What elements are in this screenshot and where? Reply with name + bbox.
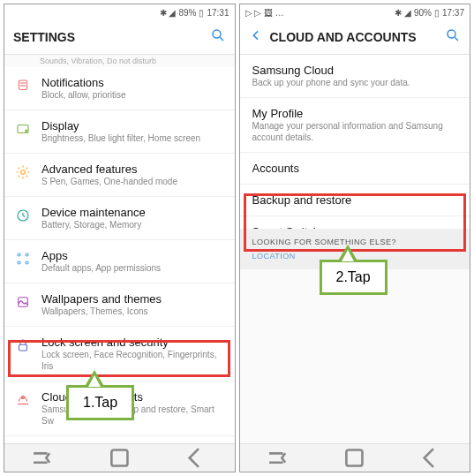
back-icon[interactable] — [249, 28, 263, 46]
settings-item-google[interactable]: Google — [4, 436, 235, 443]
status-time: 17:37 — [442, 8, 464, 18]
item-title: Advanced features — [41, 162, 224, 176]
svg-point-6 — [26, 130, 27, 132]
location-link[interactable]: LOCATION — [252, 252, 458, 261]
accounts-list: Samsung CloudBack up your phone and sync… — [240, 55, 470, 229]
settings-item-apps[interactable]: AppsDefault apps, App permissions — [4, 240, 235, 283]
status-battery: 89% — [178, 8, 196, 18]
status-battery-icon: ▯ — [434, 8, 440, 18]
item-title: Device maintenance — [41, 206, 224, 219]
item-sub: Wallpapers, Themes, Icons — [41, 306, 224, 317]
nav-home[interactable] — [81, 444, 158, 472]
settings-item-icon — [15, 251, 31, 267]
svg-line-19 — [455, 37, 458, 41]
screenshot-left: ✱ ◢ 89% ▯ 17:31 SETTINGS Sounds, Vibrati… — [4, 4, 236, 472]
settings-item-icon — [15, 164, 31, 180]
search-icon[interactable] — [210, 27, 226, 47]
item-title: My Profile — [252, 107, 460, 120]
item-title: Samsung Cloud — [252, 64, 460, 77]
header: CLOUD AND ACCOUNTS — [240, 20, 470, 55]
svg-rect-17 — [111, 450, 127, 465]
looking-for-section: LOOKING FOR SOMETHING ELSE? LOCATION — [240, 229, 470, 269]
svg-point-9 — [18, 253, 20, 256]
item-title: Cloud and accounts — [41, 390, 224, 404]
accounts-item-smart-switch[interactable]: Smart SwitchTransfer content from your o… — [240, 216, 470, 229]
settings-item-icon — [15, 392, 31, 408]
item-sub: Brightness, Blue light filter, Home scre… — [41, 132, 224, 144]
svg-point-7 — [21, 170, 26, 175]
svg-rect-20 — [347, 450, 363, 465]
item-sub: Default apps, App permissions — [41, 262, 224, 274]
item-title: Notifications — [41, 76, 224, 89]
settings-item-icon — [15, 121, 31, 137]
settings-item-icon — [15, 208, 31, 223]
settings-item-advanced-features[interactable]: Advanced featuresS Pen, Games, One-hande… — [4, 154, 235, 197]
nav-back[interactable] — [393, 444, 470, 472]
status-battery: 90% — [414, 8, 432, 18]
truncated-prev-item: Sounds, Vibration, Do not disturb — [4, 55, 235, 67]
item-sub: Lock screen, Face Recognition, Fingerpri… — [41, 349, 224, 372]
settings-item-device-maintenance[interactable]: Device maintenanceBattery, Storage, Memo… — [4, 197, 235, 240]
nav-bar — [4, 443, 235, 472]
status-bar: ✱ ◢ 89% ▯ 17:31 — [4, 4, 235, 20]
status-signal-icon: ✱ ◢ — [160, 8, 177, 18]
nav-back[interactable] — [158, 444, 235, 472]
settings-item-icon — [15, 78, 31, 94]
search-icon[interactable] — [445, 27, 461, 47]
status-time: 17:31 — [207, 8, 229, 18]
item-title: Display — [41, 119, 224, 132]
nav-recents[interactable] — [4, 444, 81, 472]
looking-for-label: LOOKING FOR SOMETHING ELSE? — [252, 238, 458, 246]
settings-item-icon — [15, 337, 31, 353]
svg-line-1 — [220, 37, 223, 41]
settings-item-display[interactable]: DisplayBrightness, Blue light filter, Ho… — [4, 110, 235, 154]
item-sub: Manage your personal information and Sam… — [252, 120, 460, 143]
accounts-item-accounts[interactable]: Accounts — [240, 153, 470, 185]
status-left-icons: ▷ ▷ 🖼 … — [245, 8, 284, 18]
status-bar: ▷ ▷ 🖼 … ✱ ◢ 90% ▯ 17:37 — [240, 4, 470, 20]
item-sub: Back up your phone and sync your data. — [252, 77, 460, 88]
header-title: CLOUD AND ACCOUNTS — [270, 30, 446, 44]
item-title: Backup and restore — [252, 193, 460, 207]
header-title: SETTINGS — [13, 30, 210, 44]
settings-item-lock-screen-and-security[interactable]: Lock screen and securityLock screen, Fac… — [4, 327, 235, 382]
accounts-item-my-profile[interactable]: My ProfileManage your personal informati… — [240, 98, 470, 153]
item-title: Apps — [41, 249, 224, 262]
item-sub: Block, allow, prioritise — [41, 89, 224, 101]
svg-rect-14 — [19, 344, 27, 351]
svg-point-11 — [18, 261, 20, 264]
settings-item-icon — [15, 294, 31, 310]
settings-list: NotificationsBlock, allow, prioritiseDis… — [4, 67, 235, 443]
item-title: Accounts — [252, 162, 460, 175]
item-sub: Battery, Storage, Memory — [41, 219, 224, 230]
settings-item-cloud-and-accounts[interactable]: Cloud and accountsSamsung Cloud, Backup … — [4, 382, 235, 436]
status-battery-icon: ▯ — [199, 8, 204, 18]
status-signal-icon: ✱ ◢ — [395, 8, 411, 18]
nav-bar — [240, 443, 470, 472]
svg-rect-2 — [19, 80, 27, 90]
settings-item-wallpapers-and-themes[interactable]: Wallpapers and themesWallpapers, Themes,… — [4, 283, 235, 327]
svg-point-0 — [213, 30, 221, 38]
svg-point-18 — [448, 30, 455, 38]
svg-point-10 — [26, 253, 28, 256]
item-sub: Samsung Cloud, Backup and restore, Smart… — [41, 404, 224, 427]
accounts-item-backup-and-restore[interactable]: Backup and restore — [240, 185, 470, 216]
nav-recents[interactable] — [240, 444, 317, 472]
accounts-item-samsung-cloud[interactable]: Samsung CloudBack up your phone and sync… — [240, 55, 470, 98]
nav-home[interactable] — [316, 444, 393, 472]
screenshot-right: ▷ ▷ 🖼 … ✱ ◢ 90% ▯ 17:37 CLOUD AND ACCOUN… — [239, 4, 471, 472]
item-sub: S Pen, Games, One-handed mode — [41, 176, 224, 187]
settings-item-notifications[interactable]: NotificationsBlock, allow, prioritise — [4, 67, 235, 110]
item-title: Lock screen and security — [41, 336, 224, 349]
svg-point-12 — [26, 261, 28, 264]
header: SETTINGS — [4, 20, 235, 55]
item-title: Wallpapers and themes — [41, 292, 224, 306]
